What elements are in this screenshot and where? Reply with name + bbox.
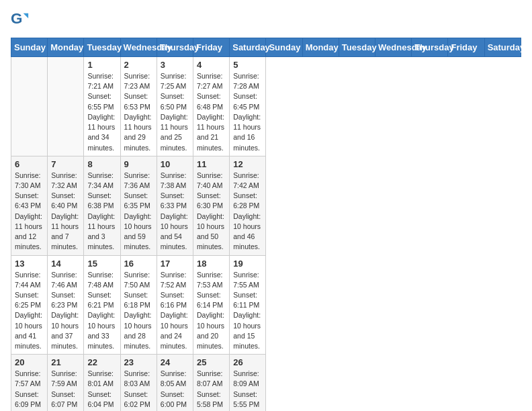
day-number: 11 [197, 159, 226, 169]
calendar-cell: 13Sunrise: 7:44 AM Sunset: 6:25 PM Dayli… [11, 255, 48, 355]
day-content: Sunrise: 7:50 AM Sunset: 6:18 PM Dayligh… [124, 270, 153, 352]
calendar-week-row: 1Sunrise: 7:21 AM Sunset: 6:55 PM Daylig… [11, 57, 521, 156]
day-number: 23 [124, 357, 153, 367]
day-header-saturday: Saturday [484, 38, 521, 57]
day-number: 2 [124, 60, 153, 70]
day-content: Sunrise: 7:21 AM Sunset: 6:55 PM Dayligh… [87, 71, 116, 153]
calendar-cell: 5Sunrise: 7:28 AM Sunset: 6:45 PM Daylig… [230, 57, 266, 156]
day-content: Sunrise: 8:09 AM Sunset: 5:55 PM Dayligh… [233, 369, 262, 411]
day-number: 13 [15, 259, 44, 269]
day-content: Sunrise: 7:57 AM Sunset: 6:09 PM Dayligh… [15, 369, 44, 411]
day-content: Sunrise: 8:01 AM Sunset: 6:04 PM Dayligh… [87, 369, 116, 411]
calendar-header-row: SundayMondayTuesdayWednesdayThursdayFrid… [11, 38, 521, 57]
day-content: Sunrise: 7:55 AM Sunset: 6:11 PM Dayligh… [233, 270, 262, 352]
calendar-cell: 19Sunrise: 7:55 AM Sunset: 6:11 PM Dayli… [230, 255, 266, 355]
day-number: 10 [161, 159, 189, 169]
day-content: Sunrise: 7:36 AM Sunset: 6:35 PM Dayligh… [124, 171, 153, 253]
calendar-cell: 8Sunrise: 7:34 AM Sunset: 6:38 PM Daylig… [84, 156, 120, 255]
svg-text:G: G [11, 11, 22, 27]
day-content: Sunrise: 7:23 AM Sunset: 6:53 PM Dayligh… [124, 71, 153, 153]
calendar-cell: 10Sunrise: 7:38 AM Sunset: 6:33 PM Dayli… [157, 156, 193, 255]
day-content: Sunrise: 7:40 AM Sunset: 6:30 PM Dayligh… [197, 171, 226, 253]
day-number: 9 [124, 159, 153, 169]
day-header-saturday: Saturday [230, 38, 266, 57]
day-number: 24 [161, 357, 189, 367]
calendar-cell: 23Sunrise: 8:03 AM Sunset: 6:02 PM Dayli… [120, 355, 157, 411]
calendar-cell: 18Sunrise: 7:53 AM Sunset: 6:14 PM Dayli… [193, 255, 230, 355]
calendar-cell [48, 57, 84, 156]
day-content: Sunrise: 7:52 AM Sunset: 6:16 PM Dayligh… [161, 270, 189, 352]
day-content: Sunrise: 8:05 AM Sunset: 6:00 PM Dayligh… [161, 369, 189, 411]
day-header-thursday: Thursday [412, 38, 448, 57]
day-content: Sunrise: 7:53 AM Sunset: 6:14 PM Dayligh… [197, 270, 226, 352]
day-number: 21 [51, 357, 80, 367]
logo: G [11, 11, 31, 30]
day-content: Sunrise: 7:46 AM Sunset: 6:23 PM Dayligh… [51, 270, 80, 352]
day-number: 5 [233, 60, 262, 70]
calendar-week-row: 13Sunrise: 7:44 AM Sunset: 6:25 PM Dayli… [11, 255, 521, 355]
calendar-cell: 12Sunrise: 7:42 AM Sunset: 6:28 PM Dayli… [230, 156, 266, 255]
calendar-cell: 2Sunrise: 7:23 AM Sunset: 6:53 PM Daylig… [120, 57, 157, 156]
svg-marker-1 [24, 13, 28, 18]
day-number: 14 [51, 259, 80, 269]
calendar-cell: 9Sunrise: 7:36 AM Sunset: 6:35 PM Daylig… [120, 156, 157, 255]
day-header-friday: Friday [448, 38, 484, 57]
day-number: 6 [15, 159, 44, 169]
calendar-cell: 3Sunrise: 7:25 AM Sunset: 6:50 PM Daylig… [157, 57, 193, 156]
calendar-cell [11, 57, 48, 156]
day-number: 20 [15, 357, 44, 367]
day-number: 17 [161, 259, 189, 269]
calendar-cell: 15Sunrise: 7:48 AM Sunset: 6:21 PM Dayli… [84, 255, 120, 355]
calendar-table: SundayMondayTuesdayWednesdayThursdayFrid… [11, 38, 521, 411]
calendar-week-row: 6Sunrise: 7:30 AM Sunset: 6:43 PM Daylig… [11, 156, 521, 255]
day-header-thursday: Thursday [157, 38, 193, 57]
day-number: 26 [233, 357, 262, 367]
day-content: Sunrise: 7:32 AM Sunset: 6:40 PM Dayligh… [51, 171, 80, 253]
day-content: Sunrise: 7:42 AM Sunset: 6:28 PM Dayligh… [233, 171, 262, 253]
calendar-cell: 22Sunrise: 8:01 AM Sunset: 6:04 PM Dayli… [84, 355, 120, 411]
calendar-week-row: 20Sunrise: 7:57 AM Sunset: 6:09 PM Dayli… [11, 355, 521, 411]
day-header-monday: Monday [302, 38, 339, 57]
day-content: Sunrise: 8:07 AM Sunset: 5:58 PM Dayligh… [197, 369, 226, 411]
calendar-cell: 20Sunrise: 7:57 AM Sunset: 6:09 PM Dayli… [11, 355, 48, 411]
calendar-cell: 14Sunrise: 7:46 AM Sunset: 6:23 PM Dayli… [48, 255, 84, 355]
day-number: 25 [197, 357, 226, 367]
day-content: Sunrise: 7:30 AM Sunset: 6:43 PM Dayligh… [15, 171, 44, 253]
day-header-tuesday: Tuesday [84, 38, 120, 57]
day-number: 4 [197, 60, 226, 70]
day-number: 19 [233, 259, 262, 269]
day-number: 22 [87, 357, 116, 367]
day-content: Sunrise: 7:59 AM Sunset: 6:07 PM Dayligh… [51, 369, 80, 411]
day-number: 12 [233, 159, 262, 169]
logo-icon: G [11, 11, 30, 30]
day-number: 16 [124, 259, 153, 269]
day-content: Sunrise: 7:27 AM Sunset: 6:48 PM Dayligh… [197, 71, 226, 153]
calendar-cell: 11Sunrise: 7:40 AM Sunset: 6:30 PM Dayli… [193, 156, 230, 255]
day-header-friday: Friday [193, 38, 230, 57]
day-header-wednesday: Wednesday [375, 38, 412, 57]
day-content: Sunrise: 7:34 AM Sunset: 6:38 PM Dayligh… [87, 171, 116, 253]
day-content: Sunrise: 7:48 AM Sunset: 6:21 PM Dayligh… [87, 270, 116, 352]
day-number: 1 [87, 60, 116, 70]
calendar-cell: 17Sunrise: 7:52 AM Sunset: 6:16 PM Dayli… [157, 255, 193, 355]
day-number: 8 [87, 159, 116, 169]
calendar-cell: 26Sunrise: 8:09 AM Sunset: 5:55 PM Dayli… [230, 355, 266, 411]
day-number: 7 [51, 159, 80, 169]
day-content: Sunrise: 7:38 AM Sunset: 6:33 PM Dayligh… [161, 171, 189, 253]
day-header-wednesday: Wednesday [120, 38, 157, 57]
day-content: Sunrise: 8:03 AM Sunset: 6:02 PM Dayligh… [124, 369, 153, 411]
calendar-cell: 1Sunrise: 7:21 AM Sunset: 6:55 PM Daylig… [84, 57, 120, 156]
day-header-sunday: Sunday [266, 38, 302, 57]
day-content: Sunrise: 7:25 AM Sunset: 6:50 PM Dayligh… [161, 71, 189, 153]
calendar-cell: 21Sunrise: 7:59 AM Sunset: 6:07 PM Dayli… [48, 355, 84, 411]
calendar-cell: 7Sunrise: 7:32 AM Sunset: 6:40 PM Daylig… [48, 156, 84, 255]
day-header-tuesday: Tuesday [339, 38, 375, 57]
calendar-cell: 16Sunrise: 7:50 AM Sunset: 6:18 PM Dayli… [120, 255, 157, 355]
day-header-monday: Monday [48, 38, 84, 57]
day-content: Sunrise: 7:44 AM Sunset: 6:25 PM Dayligh… [15, 270, 44, 352]
day-number: 18 [197, 259, 226, 269]
calendar-cell: 24Sunrise: 8:05 AM Sunset: 6:00 PM Dayli… [157, 355, 193, 411]
day-content: Sunrise: 7:28 AM Sunset: 6:45 PM Dayligh… [233, 71, 262, 153]
page-header: G [11, 11, 521, 30]
day-number: 15 [87, 259, 116, 269]
